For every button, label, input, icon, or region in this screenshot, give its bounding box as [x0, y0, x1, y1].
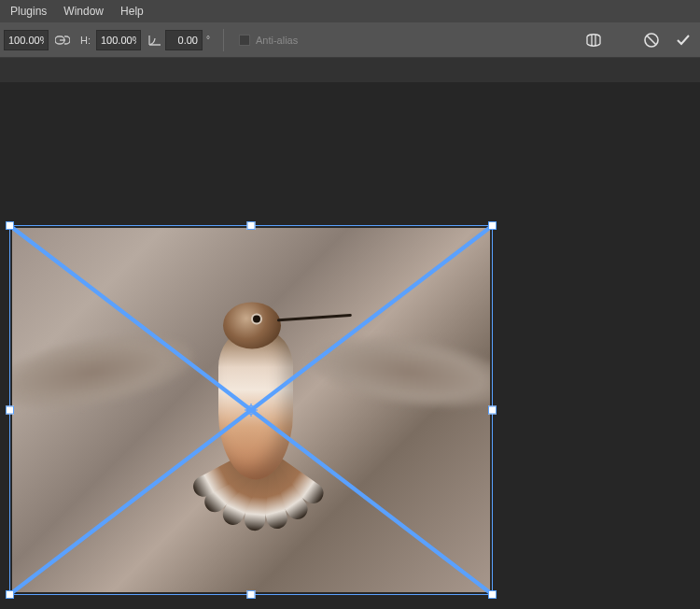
- svg-line-2: [647, 35, 656, 45]
- antialias-toggle[interactable]: Anti-alias: [239, 35, 298, 46]
- angle-field[interactable]: [165, 30, 203, 50]
- angle-icon: [147, 32, 163, 49]
- options-bar: H: ° Anti-alias: [0, 22, 700, 58]
- menu-plugins[interactable]: Plugins: [2, 1, 55, 21]
- separator: [223, 29, 224, 51]
- cancel-icon[interactable]: [638, 27, 665, 53]
- menu-help[interactable]: Help: [112, 1, 152, 21]
- image-content: [130, 274, 372, 517]
- document-tab-strip: [0, 58, 700, 82]
- transform-center-point[interactable]: [245, 404, 258, 417]
- transform-handle-bottom-right[interactable]: [488, 590, 497, 599]
- warp-mesh-icon[interactable]: [581, 27, 607, 53]
- menu-window[interactable]: Window: [55, 1, 112, 21]
- transform-handle-top-right[interactable]: [488, 221, 497, 230]
- antialias-label: Anti-alias: [256, 35, 298, 46]
- menu-bar: Plugins Window Help: [0, 0, 700, 22]
- transform-handle-top-left[interactable]: [6, 221, 14, 230]
- antialias-checkbox[interactable]: [239, 35, 250, 46]
- workspace[interactable]: [0, 58, 700, 609]
- height-label: H:: [80, 35, 91, 46]
- link-icon[interactable]: [54, 32, 71, 49]
- transform-handle-left[interactable]: [6, 406, 14, 415]
- commit-icon[interactable]: [670, 27, 696, 53]
- height-field[interactable]: [96, 30, 141, 50]
- transform-handle-bottom[interactable]: [247, 590, 256, 599]
- angle-unit: °: [204, 35, 212, 45]
- transform-handle-right[interactable]: [488, 406, 497, 415]
- transform-handle-bottom-left[interactable]: [6, 590, 14, 599]
- width-field[interactable]: [4, 30, 49, 50]
- transform-handle-top[interactable]: [247, 221, 256, 230]
